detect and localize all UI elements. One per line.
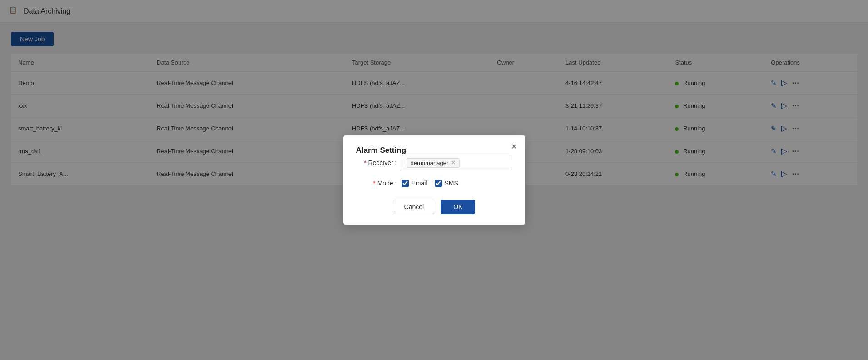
cancel-button[interactable]: Cancel	[393, 200, 436, 214]
email-label: Email	[412, 180, 427, 187]
receiver-input[interactable]: demomanager ✕	[402, 155, 512, 170]
sms-checkbox-label[interactable]: SMS	[435, 180, 458, 187]
sms-label: SMS	[445, 180, 458, 187]
mode-required-star: *	[373, 180, 375, 187]
alarm-setting-modal: Alarm Setting ✕ *Receiver : demomanager …	[343, 135, 525, 225]
modal-title: Alarm Setting	[356, 146, 407, 155]
receiver-label: *Receiver :	[356, 159, 397, 166]
email-checkbox[interactable]	[402, 180, 409, 187]
modal-overlay: Alarm Setting ✕ *Receiver : demomanager …	[0, 0, 868, 360]
modal-close-button[interactable]: ✕	[511, 143, 517, 150]
mode-row: *Mode : Email SMS	[356, 180, 512, 187]
receiver-tag-value: demomanager	[411, 160, 449, 166]
receiver-row: *Receiver : demomanager ✕	[356, 155, 512, 170]
ok-button[interactable]: OK	[441, 200, 475, 214]
mode-checkbox-group: Email SMS	[402, 180, 458, 187]
mode-label: *Mode :	[356, 180, 397, 187]
modal-footer: Cancel OK	[356, 200, 512, 214]
receiver-tag-close[interactable]: ✕	[451, 160, 456, 166]
receiver-tag: demomanager ✕	[407, 158, 460, 168]
required-star: *	[364, 159, 366, 166]
email-checkbox-label[interactable]: Email	[402, 180, 427, 187]
sms-checkbox[interactable]	[435, 180, 442, 187]
